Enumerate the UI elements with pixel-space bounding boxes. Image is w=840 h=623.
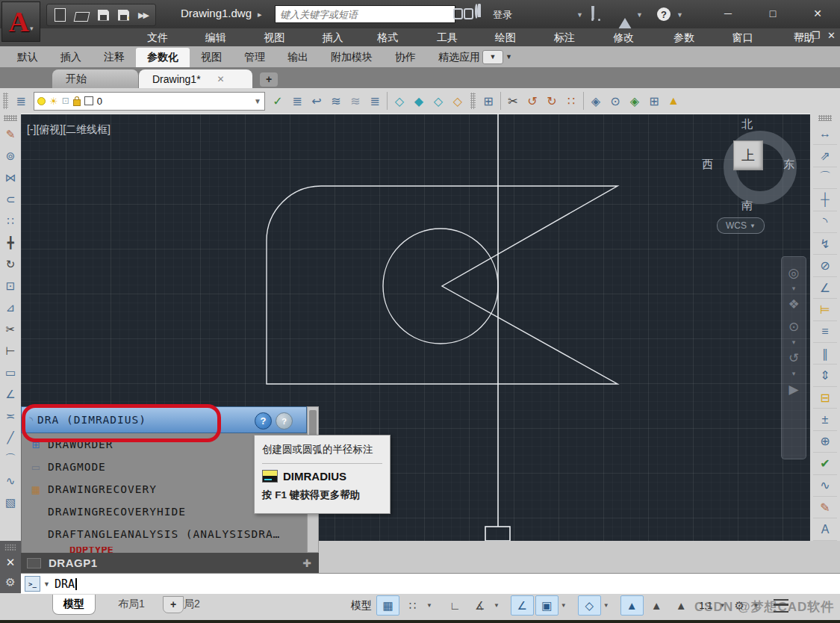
minimize-button[interactable]: ─ — [713, 4, 743, 22]
layer-match-icon[interactable]: ≣ — [287, 91, 307, 111]
ribbon-tab-2[interactable]: 插入 — [49, 48, 93, 67]
object-snap-button[interactable]: ◇ — [578, 595, 601, 616]
system-variable-row-dragp1[interactable]: DRAGP1 ✚ — [21, 553, 319, 573]
annotation-visibility-button[interactable]: ▲ — [645, 595, 668, 616]
help-icon[interactable]: ? — [657, 6, 671, 21]
zoom-icon[interactable]: ⊙ — [788, 315, 799, 338]
internet-search-icon[interactable]: ? — [276, 412, 293, 430]
chamfer-icon[interactable]: ∠ — [1, 383, 19, 405]
rotate-icon[interactable]: ↻ — [1, 253, 19, 275]
ribbon-tab-8[interactable]: 附加模块 — [320, 48, 384, 67]
line-icon[interactable]: ╱ — [1, 427, 19, 448]
menu-item-9[interactable]: 修改(M) — [600, 28, 661, 46]
help-chevron-icon[interactable]: ▼ — [676, 11, 683, 19]
autocomplete-item-5[interactable]: DRAFTANGLEANALYSIS (ANALYSISDRA… — [22, 523, 307, 545]
new-layout-button[interactable]: + — [163, 596, 184, 613]
title-arrow-icon[interactable]: ▸ — [258, 10, 262, 19]
array-icon[interactable]: ∷ — [1, 210, 19, 232]
extend-icon[interactable]: ⊢ — [1, 340, 19, 362]
tab-start[interactable]: 开始 — [52, 69, 138, 88]
menu-item-2[interactable]: 编辑(E) — [193, 28, 252, 46]
doc-close-button[interactable]: ✕ — [827, 30, 836, 41]
annotation-autoscale-button[interactable]: ▲ — [670, 595, 693, 616]
menu-item-10[interactable]: 参数(P) — [661, 28, 720, 46]
layer-off-icon[interactable]: ◆ — [409, 91, 429, 111]
doc-restore-button[interactable]: ❐ — [811, 30, 820, 41]
erase-icon[interactable]: ✎ — [1, 123, 19, 145]
save-as-icon[interactable]: ✎ — [118, 10, 129, 21]
toolbar-grip[interactable] — [3, 93, 8, 109]
ortho-mode-button[interactable]: ∟ — [444, 595, 467, 616]
radius-dimension-icon[interactable]: ◝ — [813, 211, 837, 233]
menu-item-1[interactable]: 文件(F) — [134, 28, 193, 46]
inspect-dimension-icon[interactable]: ✔ — [813, 453, 837, 474]
dimension-edit-icon[interactable]: ✎ — [813, 497, 837, 518]
selection-cycling-button[interactable]: ▲ — [620, 595, 644, 616]
share-chevron-icon[interactable]: ▼ — [636, 11, 643, 19]
wcs-menu[interactable]: WCS▼ — [717, 217, 765, 234]
flag-polyline[interactable] — [267, 186, 617, 384]
menu-item-6[interactable]: 工具(T) — [424, 28, 482, 46]
app-store-cart-icon[interactable] — [591, 6, 600, 21]
stretch-icon[interactable]: ⊿ — [1, 297, 19, 318]
scale-icon[interactable]: ⊡ — [1, 275, 19, 297]
annotation-scale-button[interactable]: 1:1 — [694, 595, 718, 616]
ordinate-dimension-icon[interactable]: ┼ — [813, 189, 837, 211]
ribbon-tab-9[interactable]: 协作 — [384, 48, 427, 67]
more-tools-icon[interactable]: ▶▶ — [138, 10, 148, 20]
layer-freeze-icon[interactable]: ◇ — [390, 91, 409, 111]
orbit-icon[interactable]: ↺ — [788, 347, 799, 369]
settings-gear-icon[interactable]: ⚙ — [728, 595, 751, 616]
drawing-time-icon[interactable]: ⊙ — [606, 91, 625, 111]
viewcube-east[interactable]: 东 — [783, 158, 794, 172]
layer-properties-icon[interactable]: ≣ — [11, 91, 31, 111]
ribbon-tab-7[interactable]: 输出 — [276, 48, 320, 67]
command-prompt-icon[interactable]: >_ — [25, 576, 40, 592]
menu-item-11[interactable]: 窗口(W) — [720, 28, 781, 46]
small-rectangle-entity[interactable] — [485, 527, 510, 541]
zoom-chevron-icon[interactable]: ▾ — [792, 338, 796, 347]
object-snap-chevron-icon[interactable]: ▼ — [603, 602, 609, 609]
layer-walk-icon[interactable]: ≣ — [365, 91, 385, 111]
layer-combo[interactable]: ☀ ⊡ 0 ▼ — [34, 92, 265, 111]
rectangle-icon[interactable]: ▭ — [1, 362, 19, 383]
tab-close-icon[interactable]: ✕ — [217, 74, 225, 84]
array-edit-icon[interactable]: ∷ — [561, 91, 581, 111]
show-motion-icon[interactable]: ▶ — [788, 378, 798, 400]
toolbar-grip[interactable] — [4, 115, 17, 121]
aligned-dimension-icon[interactable]: ⇗ — [813, 145, 837, 167]
command-help-icon[interactable]: ? — [255, 412, 272, 430]
circle-entity[interactable] — [383, 229, 498, 344]
redo-mark-icon[interactable]: ↻ — [542, 91, 561, 111]
command-palette-grip[interactable] — [4, 544, 16, 551]
pan-hand-icon[interactable]: ❖ — [788, 293, 799, 315]
ribbon-tab-1[interactable]: 默认 — [6, 48, 49, 67]
jogged-dimension-icon[interactable]: ↯ — [813, 233, 837, 255]
trim-icon[interactable]: ✂ — [1, 318, 19, 340]
dynamic-input-button[interactable]: ▣ — [535, 595, 559, 616]
menu-item-8[interactable]: 标注(N) — [541, 28, 600, 46]
snap-mode-chevron-icon[interactable]: ▼ — [426, 602, 432, 609]
layer-previous-icon[interactable]: ↩ — [307, 91, 326, 111]
dimension-text-edit-icon[interactable]: A — [813, 518, 837, 540]
viewcube-south[interactable]: 南 — [741, 199, 753, 213]
search-binoculars-icon[interactable] — [453, 6, 473, 19]
tag-refresh-icon[interactable]: ◈ — [625, 91, 644, 111]
arc-length-dimension-icon[interactable]: ⌒ — [813, 167, 837, 189]
diameter-dimension-icon[interactable]: ⊘ — [813, 255, 837, 276]
layout-tab-2[interactable]: 布局1 — [108, 595, 155, 614]
undo-mark-icon[interactable]: ↺ — [523, 91, 542, 111]
save-icon[interactable] — [98, 10, 109, 21]
ribbon-tab-6[interactable]: 管理 — [233, 48, 276, 67]
clip-icon[interactable]: ✂ — [503, 91, 523, 111]
arc-icon[interactable]: ⌒ — [1, 448, 19, 470]
menu-item-4[interactable]: 插入(I) — [310, 28, 364, 46]
dimension-space-icon[interactable]: ⇕ — [813, 365, 837, 386]
ribbon-tab-3[interactable]: 注释 — [93, 48, 136, 67]
close-button[interactable]: ✕ — [803, 4, 833, 22]
viewcube-west[interactable]: 西 — [702, 158, 713, 172]
copy-nested-objects-icon[interactable]: ⊞ — [479, 91, 498, 111]
tolerance-icon[interactable]: ± — [813, 409, 837, 430]
menu-item-3[interactable]: 视图(V) — [251, 28, 310, 46]
copy-icon[interactable]: ⊚ — [1, 145, 19, 167]
